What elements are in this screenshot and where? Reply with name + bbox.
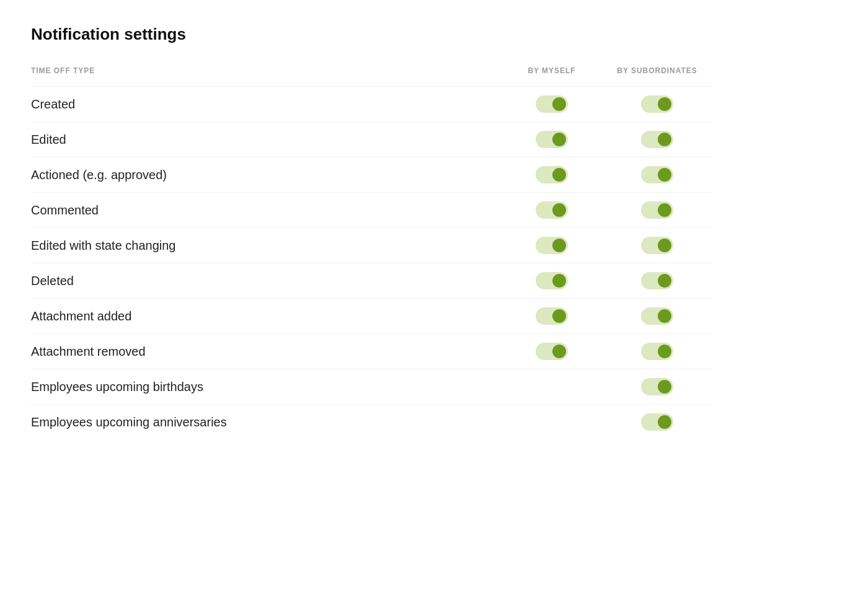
table-row: Actioned (e.g. approved) [31,157,713,192]
page-title: Notification settings [31,25,827,44]
toggle-subordinates-edited[interactable] [641,131,673,148]
toggle-cell-subordinates-attachment-removed [601,343,713,360]
label-edited-state: Edited with state changing [31,239,502,253]
toggle-cell-subordinates-edited-state [601,237,713,254]
label-created: Created [31,97,502,112]
toggle-myself-actioned[interactable] [536,166,568,183]
toggle-cell-myself-attachment-removed [502,343,601,360]
label-attachment-added: Attachment added [31,309,502,323]
toggle-cell-subordinates-anniversaries [601,413,713,431]
toggle-subordinates-actioned[interactable] [641,166,673,183]
toggle-cell-myself-edited [502,131,601,148]
toggle-myself-edited[interactable] [536,131,568,148]
toggle-subordinates-created[interactable] [641,95,673,113]
toggle-cell-myself-actioned [502,166,601,183]
toggle-cell-myself-attachment-added [502,307,601,325]
col-header-myself: BY MYSELF [502,66,601,75]
toggle-cell-subordinates-deleted [601,272,713,289]
label-deleted: Deleted [31,274,502,288]
toggle-subordinates-deleted[interactable] [641,272,673,289]
table-row: Attachment added [31,298,713,333]
toggle-cell-myself-deleted [502,272,601,289]
toggle-cell-subordinates-actioned [601,166,713,183]
toggle-subordinates-attachment-removed[interactable] [641,343,673,360]
label-edited: Edited [31,133,502,147]
toggle-myself-attachment-removed[interactable] [536,343,568,360]
col-header-subordinates: BY SUBORDINATES [601,66,713,75]
table-row: Attachment removed [31,333,713,369]
toggle-subordinates-edited-state[interactable] [641,237,673,254]
table-row: Employees upcoming birthdays [31,369,713,404]
toggle-cell-subordinates-attachment-added [601,307,713,325]
toggle-cell-subordinates-birthdays [601,378,713,395]
table-row: Edited with state changing [31,227,713,263]
toggle-myself-created[interactable] [536,95,568,113]
toggle-subordinates-birthdays[interactable] [641,378,673,395]
toggle-cell-myself-edited-state [502,237,601,254]
toggle-cell-subordinates-commented [601,201,713,219]
label-actioned: Actioned (e.g. approved) [31,168,502,182]
table-row: Edited [31,121,713,157]
toggle-myself-deleted[interactable] [536,272,568,289]
toggle-myself-commented[interactable] [536,201,568,219]
label-attachment-removed: Attachment removed [31,345,502,359]
toggle-cell-myself-commented [502,201,601,219]
toggle-myself-edited-state[interactable] [536,237,568,254]
col-header-type: TIME OFF TYPE [31,66,502,75]
toggle-subordinates-attachment-added[interactable] [641,307,673,325]
table-row: Commented [31,192,713,227]
label-anniversaries: Employees upcoming anniversaries [31,415,502,429]
toggle-subordinates-commented[interactable] [641,201,673,219]
toggle-cell-subordinates-edited [601,131,713,148]
toggle-subordinates-anniversaries[interactable] [641,413,673,431]
label-commented: Commented [31,203,502,218]
label-birthdays: Employees upcoming birthdays [31,380,502,394]
toggle-cell-myself-created [502,95,601,113]
table-row: Created [31,86,713,121]
table-row: Deleted [31,263,713,298]
toggle-cell-subordinates-created [601,95,713,113]
table-row: Employees upcoming anniversaries [31,404,713,439]
table-header: TIME OFF TYPE BY MYSELF BY SUBORDINATES [31,66,713,81]
table-body: CreatedEditedActioned (e.g. approved)Com… [31,86,713,439]
toggle-myself-attachment-added[interactable] [536,307,568,325]
settings-table: TIME OFF TYPE BY MYSELF BY SUBORDINATES … [31,66,713,439]
